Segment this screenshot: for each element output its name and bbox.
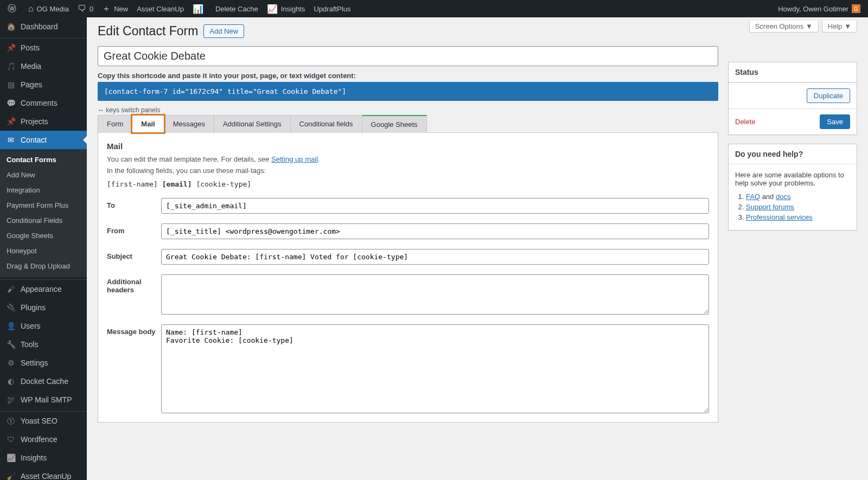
label-additional-headers: Additional headers bbox=[107, 274, 161, 294]
admin-toolbar: ⓦ ⌂OG Media 🗨0 ＋New Asset CleanUp 📊 Dele… bbox=[0, 0, 868, 17]
setting-up-mail-link[interactable]: Setting up mail bbox=[271, 155, 318, 163]
shortcode-box[interactable]: [contact-form-7 id="1672c94" title="Grea… bbox=[98, 82, 718, 101]
menu-tools[interactable]: 🔧Tools bbox=[0, 335, 87, 354]
label-message-body: Message body bbox=[107, 324, 161, 336]
submenu-drag-drop-upload[interactable]: Drag & Drop Upload bbox=[0, 259, 87, 274]
media-icon: 🎵 bbox=[5, 61, 16, 71]
ab-updraft[interactable]: UpdraftPlus bbox=[309, 0, 355, 17]
input-from[interactable] bbox=[161, 223, 709, 239]
input-to[interactable] bbox=[161, 198, 709, 214]
comments-bubble[interactable]: 🗨0 bbox=[73, 0, 98, 17]
admin-sidebar: 🏠Dashboard 📌Posts 🎵Media ▤Pages 💬Comment… bbox=[0, 17, 87, 480]
submenu-integration[interactable]: Integration bbox=[0, 183, 87, 198]
shortcode-label: Copy this shortcode and paste it into yo… bbox=[98, 72, 718, 80]
wp-logo[interactable]: ⓦ bbox=[3, 0, 24, 17]
help-title: Do you need help? bbox=[729, 144, 857, 164]
label-to: To bbox=[107, 198, 161, 209]
my-account[interactable]: Howdy, Owen Gotimer G bbox=[774, 0, 865, 17]
delete-link[interactable]: Delete bbox=[735, 118, 756, 126]
menu-pages[interactable]: ▤Pages bbox=[0, 75, 87, 94]
status-title: Status bbox=[729, 62, 857, 82]
duplicate-button[interactable]: Duplicate bbox=[807, 88, 850, 103]
gauge-icon: 🏠 bbox=[5, 22, 16, 31]
chart-icon: 📈 bbox=[5, 453, 16, 463]
menu-dashboard[interactable]: 🏠Dashboard bbox=[0, 17, 87, 36]
keys-hint: ↔ keys switch panels bbox=[98, 106, 718, 114]
page-title: Edit Contact Form bbox=[98, 24, 198, 39]
site-name[interactable]: ⌂OG Media bbox=[24, 0, 73, 17]
tab-form[interactable]: Form bbox=[98, 115, 132, 133]
menu-docket-cache[interactable]: ◐Docket Cache bbox=[0, 372, 87, 391]
user-icon: 👤 bbox=[5, 321, 16, 331]
submenu-payment-form-plus[interactable]: Payment Form Plus bbox=[0, 198, 87, 213]
submenu-contact-forms[interactable]: Contact Forms bbox=[0, 152, 87, 168]
comment-icon: 💬 bbox=[5, 98, 16, 108]
broom-icon: 🧹 bbox=[5, 471, 16, 480]
help-postbox: Do you need help? Here are some availabl… bbox=[728, 144, 857, 231]
menu-posts[interactable]: 📌Posts bbox=[0, 39, 87, 57]
menu-projects[interactable]: 📌Projects bbox=[0, 112, 87, 131]
avatar: G bbox=[852, 4, 860, 13]
menu-users[interactable]: 👤Users bbox=[0, 317, 87, 335]
ab-analytics-icon[interactable]: 📊 bbox=[188, 0, 211, 17]
faq-link[interactable]: FAQ bbox=[746, 193, 760, 201]
help-intro: Here are some available options to help … bbox=[735, 171, 850, 187]
save-button[interactable]: Save bbox=[820, 114, 850, 129]
submenu-honeypot[interactable]: Honeypot bbox=[0, 244, 87, 259]
new-label: New bbox=[114, 5, 128, 13]
comments-count: 0 bbox=[90, 5, 93, 13]
textarea-additional-headers[interactable] bbox=[161, 274, 709, 315]
tab-google-sheets[interactable]: Google Sheets bbox=[362, 115, 427, 133]
menu-asset-cleanup[interactable]: 🧹Asset CleanUp bbox=[0, 467, 87, 480]
menu-insights[interactable]: 📈Insights bbox=[0, 449, 87, 467]
ab-delete-cache[interactable]: Delete Cache bbox=[211, 0, 263, 17]
page-icon: ▤ bbox=[5, 80, 16, 89]
tab-conditional-fields[interactable]: Conditional fields bbox=[290, 115, 362, 133]
form-title-input[interactable] bbox=[98, 46, 718, 66]
tab-additional-settings[interactable]: Additional Settings bbox=[214, 115, 291, 133]
menu-media[interactable]: 🎵Media bbox=[0, 57, 87, 75]
howdy-text: Howdy, Owen Gotimer bbox=[778, 5, 848, 13]
tab-mail[interactable]: Mail bbox=[132, 115, 164, 133]
menu-appearance[interactable]: 🖌Appearance bbox=[0, 280, 87, 298]
pin-icon: 📌 bbox=[5, 117, 16, 126]
menu-contact[interactable]: ✉Contact bbox=[0, 131, 87, 149]
input-subject[interactable] bbox=[161, 249, 709, 265]
ab-asset-cleanup[interactable]: Asset CleanUp bbox=[132, 0, 188, 17]
tab-messages[interactable]: Messages bbox=[164, 115, 214, 133]
screen-options-button[interactable]: Screen Options ▼ bbox=[749, 21, 819, 33]
menu-wp-mail-smtp[interactable]: 🕊WP Mail SMTP bbox=[0, 391, 87, 409]
pin-icon: 📌 bbox=[5, 43, 16, 53]
status-postbox: Status Duplicate Delete Save bbox=[728, 62, 857, 135]
circle-icon: ◐ bbox=[5, 376, 16, 386]
plug-icon: 🔌 bbox=[5, 303, 16, 312]
submenu-contact: Contact Forms Add New Integration Paymen… bbox=[0, 149, 87, 277]
help-button[interactable]: Help ▼ bbox=[822, 21, 857, 33]
label-from: From bbox=[107, 223, 161, 235]
mail-panel: Mail You can edit the mail template here… bbox=[98, 132, 718, 423]
professional-services-link[interactable]: Professional services bbox=[746, 213, 813, 221]
ab-insights[interactable]: 📈Insights bbox=[263, 0, 310, 17]
mail-heading: Mail bbox=[107, 142, 709, 151]
menu-yoast[interactable]: ⓎYoast SEO bbox=[0, 412, 87, 430]
menu-plugins[interactable]: 🔌Plugins bbox=[0, 298, 87, 317]
submenu-conditional-fields[interactable]: Conditional Fields bbox=[0, 213, 87, 228]
bird-icon: 🕊 bbox=[5, 395, 16, 405]
mail-icon: ✉ bbox=[5, 135, 16, 145]
new-content[interactable]: ＋New bbox=[98, 0, 132, 17]
mail-desc2: In the following fields, you can use the… bbox=[107, 167, 266, 175]
submenu-add-new[interactable]: Add New bbox=[0, 168, 87, 183]
content-area: Screen Options ▼ Help ▼ Edit Contact For… bbox=[87, 17, 868, 480]
textarea-message-body[interactable]: Name: [first-name] Favorite Cookie: [coo… bbox=[161, 324, 709, 413]
shield-icon: 🛡 bbox=[5, 434, 16, 444]
menu-comments[interactable]: 💬Comments bbox=[0, 94, 87, 112]
support-forums-link[interactable]: Support forums bbox=[746, 203, 794, 211]
add-new-button[interactable]: Add New bbox=[203, 24, 244, 38]
docs-link[interactable]: docs bbox=[776, 193, 790, 201]
mail-desc1: You can edit the mail template here. For… bbox=[107, 155, 271, 163]
submenu-google-sheets[interactable]: Google Sheets bbox=[0, 228, 87, 244]
yoast-icon: Ⓨ bbox=[5, 416, 16, 426]
menu-settings[interactable]: ⚙Settings bbox=[0, 354, 87, 372]
menu-wordfence[interactable]: 🛡Wordfence bbox=[0, 430, 87, 449]
brush-icon: 🖌 bbox=[5, 284, 16, 294]
